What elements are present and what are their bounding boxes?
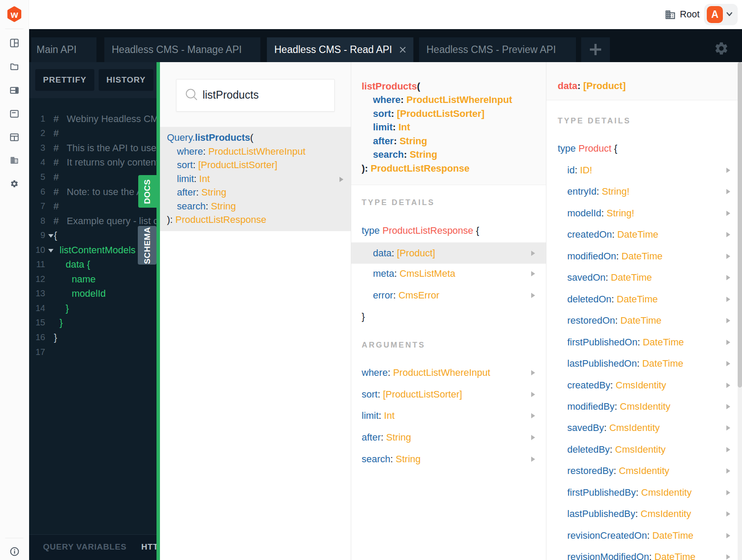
svg-text:w: w (10, 9, 18, 20)
